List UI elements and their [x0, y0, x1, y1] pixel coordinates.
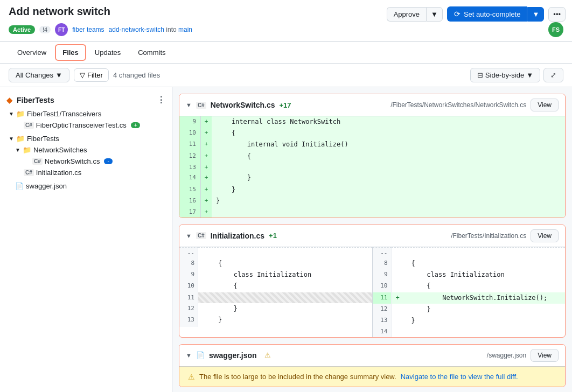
sidebar-item-swagger[interactable]: 📄 swagger.json: [0, 180, 172, 192]
approve-button[interactable]: Approve: [387, 7, 426, 22]
sidebar-folder-networkswitches[interactable]: ▼ 📁 NetworkSwitches: [0, 144, 172, 156]
tab-commits[interactable]: Commits: [129, 43, 174, 63]
file-name: Initialization.cs: [36, 169, 82, 177]
diff-left-panel: -- 8 { 9 class Initialization 10 { 11 12…: [179, 247, 373, 337]
chevron-icon: ▼: [15, 147, 20, 153]
diff-filename: NetworkSwitch.cs: [211, 101, 275, 109]
warning-icon: ⚠: [264, 351, 271, 359]
view-mode-label: Side-by-side: [485, 71, 524, 79]
folder-name: FiberTest1/Transceivers: [27, 110, 101, 118]
tab-updates[interactable]: Updates: [86, 43, 129, 63]
toolbar: All Changes ▼ ▽ Filter 4 changed files ⊟…: [0, 64, 572, 87]
chevron-icon: ▼: [9, 136, 14, 142]
cs-lang-icon: C#: [24, 169, 34, 176]
view-mode-icon: ⊟: [477, 71, 483, 79]
json-lang-icon: 📄: [15, 182, 24, 190]
sidebar-folder-fibertests[interactable]: ▼ 📁 FiberTests: [0, 133, 172, 144]
autocomplete-button-group[interactable]: ⟳ Set auto-complete ▼: [447, 6, 544, 22]
tab-overview[interactable]: Overview: [9, 43, 55, 63]
more-icon[interactable]: ⋮: [157, 95, 165, 105]
all-changes-dropdown[interactable]: All Changes ▼: [9, 68, 69, 82]
folder-icon: 📁: [23, 146, 31, 154]
cs-lang-icon: C#: [32, 158, 43, 165]
navigate-to-file-link[interactable]: Navigate to the file to view the full di…: [401, 373, 518, 381]
diff-code-added: 9+ internal class NetworkSwitch 10+ { 11…: [179, 116, 565, 218]
diff-initialization: ▼ C# Initialization.cs +1 /FiberTests/In…: [179, 225, 566, 338]
sidebar-folder-fibertest1[interactable]: ▼ 📁 FiberTest1/Transceivers: [0, 108, 172, 120]
lang-badge: C#: [196, 232, 206, 239]
filter-icon: ▽: [80, 71, 85, 79]
diff-side-by-side: -- 8 { 9 class Initialization 10 { 11 12…: [179, 247, 565, 337]
changed-files-count: 4 changed files: [113, 71, 160, 79]
collapse-chevron[interactable]: ▼: [186, 352, 192, 359]
collapse-chevron[interactable]: ▼: [186, 233, 192, 239]
approve-dropdown[interactable]: ▼: [426, 7, 443, 22]
diff-path: /swagger.json: [487, 352, 526, 359]
user-avatar: FS: [548, 22, 563, 37]
filter-button[interactable]: ▽ Filter: [74, 68, 109, 82]
diff-change: +1: [269, 232, 277, 240]
branch-from-link[interactable]: add-network-switch: [109, 26, 164, 33]
folder-icon: 📁: [16, 110, 25, 118]
view-mode-chevron: ▼: [526, 71, 533, 79]
diff-path: /FiberTests/Initialization.cs: [451, 232, 526, 240]
expand-button[interactable]: ⤢: [543, 68, 563, 82]
diff-networkswitch: ▼ C# NetworkSwitch.cs +17 /FiberTests/Ne…: [179, 94, 566, 218]
author-link[interactable]: fiber teams: [72, 26, 104, 33]
folder-icon: 📁: [16, 135, 25, 143]
sidebar-title: FiberTests: [17, 96, 54, 104]
diff-view-button[interactable]: View: [531, 349, 559, 362]
more-options-button[interactable]: •••: [548, 7, 566, 22]
warning-text: The file is too large to be included in …: [199, 373, 396, 381]
content-area: ▼ C# NetworkSwitch.cs +17 /FiberTests/Ne…: [172, 87, 572, 392]
tabs-bar: Overview Files Updates Commits: [0, 42, 572, 64]
warning-triangle-icon: ⚠: [188, 373, 195, 381]
approve-button-group[interactable]: Approve ▼: [387, 7, 443, 22]
cs-lang-icon: C#: [24, 122, 34, 129]
sidebar-item-networkswitch[interactable]: C# NetworkSwitch.cs -: [0, 156, 172, 167]
filter-label: Filter: [87, 71, 103, 79]
view-mode-button[interactable]: ⊟ Side-by-side ▼: [470, 68, 540, 82]
chevron-icon: ▼: [9, 111, 14, 117]
lang-badge: C#: [196, 102, 206, 109]
autocomplete-label: Set auto-complete: [464, 10, 521, 18]
file-icon: 📄: [196, 351, 205, 359]
file-name: NetworkSwitch.cs: [45, 157, 100, 165]
commit-count: !4: [39, 26, 51, 33]
autocomplete-button[interactable]: ⟳ Set auto-complete: [447, 6, 528, 22]
diff-filename: Initialization.cs: [211, 232, 264, 240]
edit-badge: -: [104, 158, 112, 164]
folder-name: NetworkSwitches: [33, 146, 87, 154]
chevron-down-icon: ▼: [55, 71, 62, 79]
diff-filename: swagger.json: [209, 351, 257, 360]
branch-from: add-network-switch into main: [109, 26, 192, 33]
sidebar-item-initialization[interactable]: C# Initialization.cs: [0, 167, 172, 178]
diamond-icon: ◆: [6, 96, 12, 104]
active-badge: Active: [9, 25, 35, 34]
diff-path: /FiberTests/NetworkSwitches/NetworkSwitc…: [390, 101, 526, 109]
autocomplete-dropdown[interactable]: ▼: [527, 7, 544, 22]
diff-warning-message: ⚠ The file is too large to be included i…: [179, 367, 565, 387]
collapse-chevron[interactable]: ▼: [186, 102, 192, 108]
add-badge: +: [131, 122, 141, 128]
tab-files[interactable]: Files: [55, 44, 86, 61]
expand-icon: ⤢: [550, 71, 556, 79]
file-name: swagger.json: [26, 182, 67, 190]
autocomplete-icon: ⟳: [454, 10, 461, 18]
diff-change: +17: [280, 101, 291, 109]
all-changes-label: All Changes: [16, 71, 53, 79]
more-icon: •••: [553, 10, 561, 18]
file-name: FiberOpticTransceiverTest.cs: [36, 121, 127, 129]
diff-view-button[interactable]: View: [531, 229, 559, 242]
avatar-initials: FT: [58, 27, 65, 33]
diff-swagger: ▼ 📄 swagger.json ⚠ /swagger.json View ⚠ …: [179, 344, 566, 387]
avatar: FT: [55, 23, 68, 36]
sidebar: ◆ FiberTests ⋮ ▼ 📁 FiberTest1/Transceive…: [0, 87, 172, 392]
diff-view-button[interactable]: View: [531, 99, 559, 111]
sidebar-item-fiberoptictransceivertest[interactable]: C# FiberOpticTransceiverTest.cs +: [0, 120, 172, 131]
diff-right-panel: -- 8 { 9 class Initialization 10 { 11+ N…: [373, 247, 566, 337]
branch-to-link[interactable]: main: [178, 26, 192, 33]
folder-name: FiberTests: [27, 135, 59, 143]
